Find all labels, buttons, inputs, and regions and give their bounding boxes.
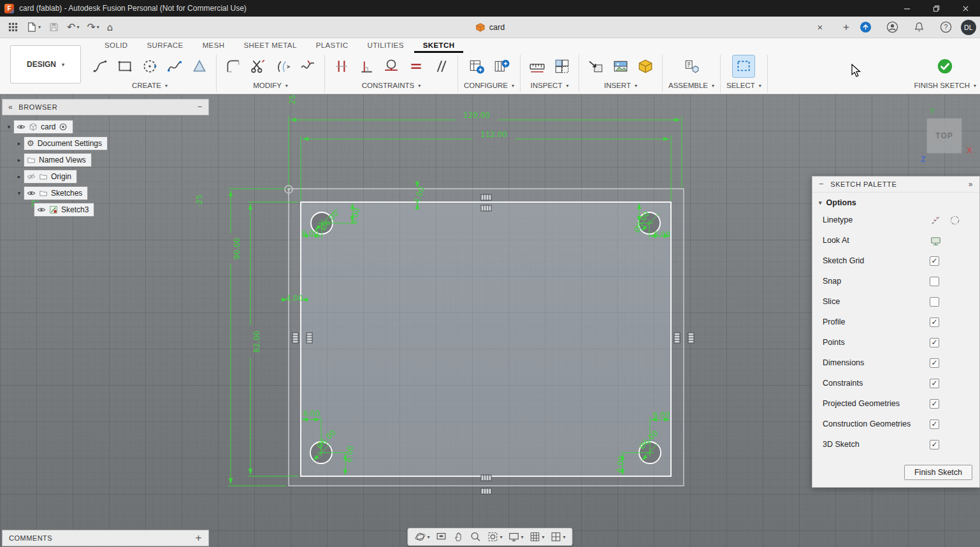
browser-node-origin[interactable]: Origin: [24, 170, 77, 184]
document-tab[interactable]: card: [475, 17, 505, 38]
user-avatar[interactable]: DL: [961, 20, 976, 35]
minimize-panel-icon[interactable]: −: [198, 103, 203, 112]
checkbox-constraints[interactable]: ✓: [930, 379, 939, 388]
circle-tool-button[interactable]: [139, 55, 161, 77]
minimize-panel-icon[interactable]: −: [819, 180, 824, 189]
restore-button[interactable]: [921, 0, 951, 17]
sketch-palette-header[interactable]: − SKETCH PALETTE »: [812, 177, 979, 193]
checkbox-sketch-grid[interactable]: ✓: [930, 256, 939, 266]
dimension-label[interactable]: 6.00: [616, 455, 626, 473]
measure-button[interactable]: [526, 55, 548, 77]
browser-node-sketches[interactable]: Sketches: [24, 186, 88, 200]
viewcube[interactable]: Y TOP X Z: [921, 106, 979, 164]
ribbon-group-dropdown-create[interactable]: CREATE▾: [132, 82, 168, 89]
checkbox-profile[interactable]: ✓: [930, 317, 939, 327]
extensions-button[interactable]: [857, 19, 874, 35]
ribbon-group-dropdown-constraints[interactable]: CONSTRAINTS▾: [362, 82, 421, 89]
display-settings-button[interactable]: ▾: [506, 530, 525, 544]
dimension-label[interactable]: 82.00: [252, 331, 261, 353]
dimension-label[interactable]: 6.00: [303, 409, 321, 418]
ribbon-tab-mesh[interactable]: MESH: [194, 38, 234, 53]
offset-tool-button[interactable]: [272, 55, 294, 77]
equal-constraint-button[interactable]: [405, 55, 427, 77]
checkbox-3d-sketch[interactable]: ✓: [930, 440, 939, 449]
checkbox-construction-geometries[interactable]: ✓: [930, 419, 939, 429]
undo-button[interactable]: ↶▾: [64, 20, 82, 35]
dimension-label[interactable]: 6.00: [302, 229, 319, 238]
expander-icon[interactable]: ▾: [4, 124, 13, 130]
viewcube-top-face[interactable]: TOP: [926, 118, 962, 154]
ribbon-tab-utilities[interactable]: UTILITIES: [358, 38, 412, 53]
app-menu-grid-button[interactable]: [5, 20, 21, 34]
close-tab-button[interactable]: ×: [813, 20, 827, 34]
browser-node-card[interactable]: card: [13, 120, 73, 134]
save-button[interactable]: [46, 20, 62, 34]
ribbon-group-dropdown-select[interactable]: SELECT▾: [726, 82, 761, 89]
browser-node-sketch3[interactable]: Sketch3: [34, 203, 94, 217]
ribbon-group-dropdown-inspect[interactable]: INSPECT▾: [531, 82, 569, 89]
configuration-table-button[interactable]: [466, 55, 487, 77]
section-analysis-button[interactable]: [551, 55, 573, 77]
dimension-label[interactable]: 6.00: [653, 411, 670, 419]
select-window-button[interactable]: [733, 55, 754, 77]
new-component-button[interactable]: [681, 55, 702, 77]
redo-button[interactable]: ↷▾: [84, 20, 101, 35]
notifications-button[interactable]: [911, 19, 928, 35]
add-comment-button[interactable]: +: [196, 532, 202, 544]
ribbon-group-dropdown-insert[interactable]: INSERT▾: [604, 82, 637, 89]
centerline-linetype-button[interactable]: [949, 214, 961, 226]
ribbon-tab-surface[interactable]: SURFACE: [138, 38, 192, 53]
insert-derive-button[interactable]: [585, 55, 607, 77]
spline-tool-button[interactable]: [164, 55, 185, 77]
finish-sketch-button[interactable]: [934, 55, 956, 77]
fillet-tool-button[interactable]: [222, 55, 244, 77]
browser-node-document-settings[interactable]: ⚙Document Settings: [24, 136, 108, 150]
zoom-button[interactable]: [468, 530, 483, 544]
dock-panel-icon[interactable]: »: [969, 180, 973, 189]
construction-linetype-button[interactable]: [930, 214, 942, 226]
expander-icon[interactable]: ▸: [15, 173, 24, 180]
dimension-label[interactable]: 6.00: [654, 230, 671, 239]
new-file-button[interactable]: ▾: [24, 20, 43, 34]
collapse-panel-icon[interactable]: «: [8, 103, 13, 112]
checkbox-snap[interactable]: [930, 277, 939, 286]
fit-button[interactable]: ▾: [485, 530, 504, 544]
line-tool-button[interactable]: [89, 55, 111, 77]
rectangle-tool-button[interactable]: [114, 55, 136, 77]
ribbon-group-dropdown-configure[interactable]: CONFIGURE▾: [464, 82, 514, 89]
expander-icon[interactable]: ▸: [15, 140, 24, 147]
checkbox-slice[interactable]: [930, 297, 939, 307]
help-button[interactable]: ?: [937, 19, 955, 35]
dimension-label[interactable]: 25: [288, 94, 297, 104]
insert-canvas-button[interactable]: [610, 55, 631, 77]
configuration-insert-button[interactable]: [491, 55, 512, 77]
checkbox-projected-geometries[interactable]: ✓: [930, 399, 939, 409]
ribbon-group-dropdown-assemble[interactable]: ASSEMBLE▾: [668, 82, 714, 89]
tangent-constraint-button[interactable]: [380, 55, 402, 77]
comments-panel[interactable]: COMMENTS +: [2, 530, 209, 546]
card-profile[interactable]: [289, 189, 684, 486]
dimension-label[interactable]: 90.00: [233, 238, 241, 259]
trim-tool-button[interactable]: [247, 55, 269, 77]
dimension-label[interactable]: 6.00: [345, 445, 355, 463]
polygon-tool-button[interactable]: [189, 55, 210, 77]
pan-button[interactable]: [450, 530, 466, 544]
viewports-button[interactable]: ▾: [549, 530, 568, 544]
checkbox-points[interactable]: ✓: [930, 338, 939, 347]
horizontal-vertical-constraint-button[interactable]: [331, 55, 352, 77]
look-at-view-button[interactable]: [930, 235, 942, 247]
parallel-constraint-button[interactable]: [430, 55, 452, 77]
close-window-button[interactable]: [951, 0, 980, 17]
look-at-button[interactable]: [433, 530, 449, 544]
orbit-button[interactable]: ▾: [412, 530, 431, 544]
dimension-label[interactable]: 120.00: [463, 111, 490, 120]
ribbon-tab-sketch[interactable]: SKETCH: [414, 38, 464, 53]
profile-button[interactable]: [884, 19, 901, 35]
new-tab-button[interactable]: +: [839, 20, 853, 34]
expander-icon[interactable]: ▾: [15, 190, 24, 196]
expander-icon[interactable]: ▸: [15, 157, 24, 163]
finish-sketch-button[interactable]: Finish Sketch: [904, 465, 972, 480]
workspace-selector[interactable]: DESIGN ▾: [10, 45, 81, 84]
checkbox-dimensions[interactable]: ✓: [930, 358, 939, 368]
ribbon-tab-plastic[interactable]: PLASTIC: [307, 38, 357, 53]
